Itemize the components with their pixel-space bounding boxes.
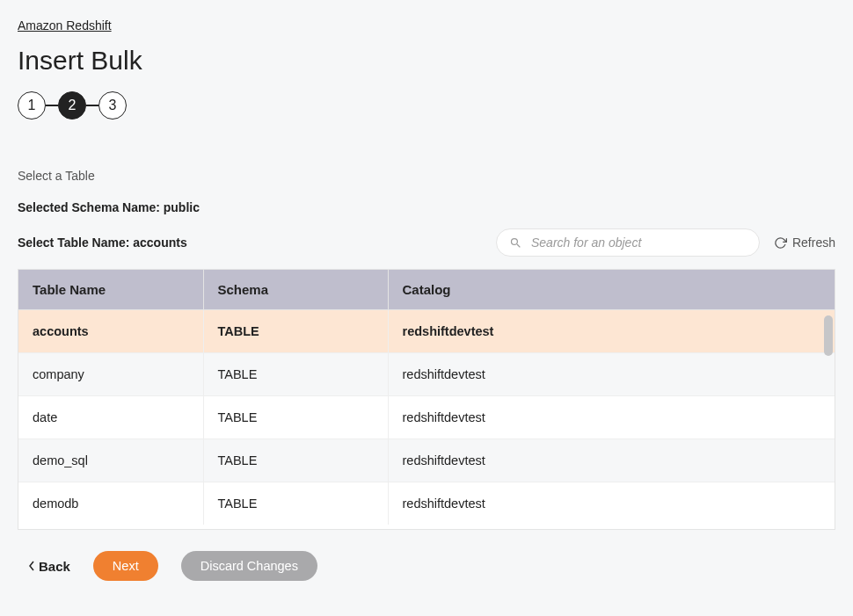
step-1[interactable]: 1 xyxy=(18,91,46,120)
cell-schema: TABLE xyxy=(203,396,388,439)
search-box[interactable] xyxy=(496,228,760,257)
back-button[interactable]: Back xyxy=(28,559,70,574)
section-label: Select a Table xyxy=(18,169,835,183)
cell-catalog: redshiftdevtest xyxy=(388,482,835,525)
refresh-label: Refresh xyxy=(792,236,835,250)
col-catalog[interactable]: Catalog xyxy=(388,270,835,310)
table-row[interactable]: dateTABLEredshiftdevtest xyxy=(18,396,835,439)
col-schema[interactable]: Schema xyxy=(203,270,388,310)
tables-table: Table Name Schema Catalog accountsTABLEr… xyxy=(18,270,835,525)
back-label: Back xyxy=(39,559,70,574)
select-table-value: accounts xyxy=(133,236,186,250)
next-button[interactable]: Next xyxy=(93,551,158,581)
cell-name: accounts xyxy=(18,310,203,353)
step-2[interactable]: 2 xyxy=(58,91,86,120)
step-connector xyxy=(86,105,98,106)
cell-catalog: redshiftdevtest xyxy=(388,396,835,439)
col-table-name[interactable]: Table Name xyxy=(18,270,203,310)
cell-name: demo_sql xyxy=(18,439,203,482)
chevron-left-icon xyxy=(28,561,35,571)
search-input[interactable] xyxy=(529,235,747,250)
table-row[interactable]: accountsTABLEredshiftdevtest xyxy=(18,310,835,353)
cell-name: company xyxy=(18,353,203,396)
wizard-footer: Back Next Discard Changes xyxy=(18,530,835,597)
refresh-icon xyxy=(774,236,787,250)
cell-schema: TABLE xyxy=(203,439,388,482)
table-row[interactable]: demo_sqlTABLEredshiftdevtest xyxy=(18,439,835,482)
cell-schema: TABLE xyxy=(203,353,388,396)
table-container: Table Name Schema Catalog accountsTABLEr… xyxy=(18,269,835,530)
select-table-line: Select Table Name: accounts xyxy=(18,236,187,250)
selected-schema-value: public xyxy=(164,200,200,214)
table-row[interactable]: demodbTABLEredshiftdevtest xyxy=(18,482,835,525)
stepper: 1 2 3 xyxy=(18,91,835,120)
cell-schema: TABLE xyxy=(203,482,388,525)
discard-button[interactable]: Discard Changes xyxy=(181,551,317,581)
select-table-prefix: Select Table Name: xyxy=(18,236,133,250)
search-icon xyxy=(509,236,522,250)
scrollbar-thumb[interactable] xyxy=(824,315,833,356)
cell-catalog: redshiftdevtest xyxy=(388,310,835,353)
page-title: Insert Bulk xyxy=(18,46,835,76)
step-connector xyxy=(46,105,58,106)
selected-schema-line: Selected Schema Name: public xyxy=(18,200,835,214)
cell-schema: TABLE xyxy=(203,310,388,353)
refresh-button[interactable]: Refresh xyxy=(774,236,835,250)
cell-name: date xyxy=(18,396,203,439)
breadcrumb[interactable]: Amazon Redshift xyxy=(18,18,112,33)
table-row[interactable]: companyTABLEredshiftdevtest xyxy=(18,353,835,396)
selected-schema-prefix: Selected Schema Name: xyxy=(18,200,164,214)
cell-catalog: redshiftdevtest xyxy=(388,439,835,482)
cell-name: demodb xyxy=(18,482,203,525)
step-3[interactable]: 3 xyxy=(98,91,127,120)
cell-catalog: redshiftdevtest xyxy=(388,353,835,396)
